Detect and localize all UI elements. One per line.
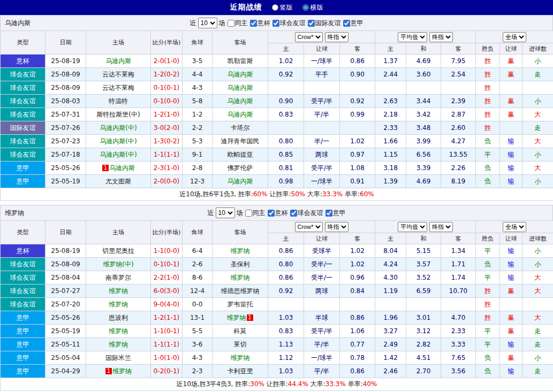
table-row: 意甲25-05-261乌迪内斯2-3(1-0)2-8佛罗伦萨0.81受平/半1.… <box>1 162 553 175</box>
date-cell: 25-07-31 <box>46 108 86 121</box>
away-team: 科莫 <box>213 325 268 338</box>
layout-vertical-option[interactable]: 竖版 <box>272 3 293 12</box>
corner-cell: 2-6 <box>183 258 213 271</box>
odds-cell: 受平/半 <box>304 325 340 338</box>
result-cell: 平 <box>476 325 500 338</box>
filter-checkbox[interactable] <box>272 20 279 27</box>
date-cell: 25-04-29 <box>46 365 86 378</box>
filter-label: 球会友谊 <box>280 19 306 28</box>
col-avg-away: 客 <box>441 233 476 244</box>
team-text: 维罗纳 <box>109 327 128 335</box>
odds-source-select[interactable]: Crow* <box>295 32 323 42</box>
avg-odds-cell: 6.59 <box>406 285 441 298</box>
odds-cell: 0.96 <box>340 271 375 285</box>
score-cell: 6-0(3-0) <box>151 285 183 298</box>
avg-final-select[interactable]: 终指 <box>429 32 453 42</box>
type-badge: 意杯 <box>1 244 46 258</box>
scope-select[interactable]: 全场 <box>503 32 526 42</box>
odds-cell: 两球 <box>304 285 340 298</box>
filter-option[interactable]: 意甲 <box>343 19 363 28</box>
avg-odds-cell: 1.39 <box>375 175 406 188</box>
games-count-select[interactable]: 10 <box>198 18 217 28</box>
handicap-result-cell: 输 <box>500 365 522 378</box>
team-text: 迪拜青年国民 <box>221 137 260 145</box>
date-cell: 25-07-18 <box>46 148 86 162</box>
type-badge: 意甲 <box>1 338 46 351</box>
filter-checkbox[interactable] <box>325 210 332 217</box>
summary-part: 近10场,胜3平4负3, 胜率: <box>177 380 251 388</box>
layout-vertical-radio[interactable] <box>272 4 278 11</box>
handicap-result-cell: 输 <box>500 148 522 162</box>
home-team: 1乌迪内斯 <box>86 162 151 175</box>
odds-final-select[interactable]: 终指 <box>325 32 349 42</box>
team-text: 乌迪内斯 <box>228 97 253 105</box>
col-score: 比分(半场) <box>151 31 183 55</box>
col-odds-handicap: 让球 <box>304 233 340 244</box>
corner-cell: 5-8 <box>183 95 213 108</box>
team-text: 云达不莱梅 <box>102 84 134 91</box>
filter-checkbox[interactable] <box>250 20 257 27</box>
odds-cell: 0.85 <box>268 148 304 162</box>
type-badge: 意甲 <box>1 175 46 188</box>
filter-option[interactable]: 球会友谊 <box>272 19 306 28</box>
avg-odds-cell: 5.15 <box>406 244 441 258</box>
filter-option[interactable]: 同主 <box>245 209 266 218</box>
corner-cell: 4-4 <box>183 68 213 81</box>
page-title: 近期战绩 <box>230 3 262 12</box>
filter-checkbox[interactable] <box>245 210 252 217</box>
odds-cell: 1.12 <box>268 351 304 365</box>
avg-odds-cell: 2.54 <box>441 68 476 81</box>
handicap-result-cell: 输 <box>500 244 522 258</box>
away-team: 欧帕提亚 <box>213 148 268 162</box>
goals-cell: 大 <box>522 135 553 148</box>
avg-odds-cell <box>375 298 406 311</box>
filter-option[interactable]: 意甲 <box>325 209 346 218</box>
avg-odds-cell: 4.69 <box>406 175 441 188</box>
table-row: 球会友谊25-07-20维罗纳9-0(4-0)0-0罗韦雷托胜 <box>1 298 553 311</box>
col-result: 胜负 <box>476 233 500 244</box>
filter-checkbox[interactable] <box>343 20 350 27</box>
result-cell: 胜 <box>476 108 500 121</box>
team-text: 乌迪内斯 <box>109 164 135 172</box>
filter-checkbox[interactable] <box>290 210 297 217</box>
filter-checkbox[interactable] <box>228 20 234 27</box>
filter-option[interactable]: 同主 <box>227 19 248 28</box>
summary-part: 50% <box>291 190 306 198</box>
filter-option[interactable]: 球会友谊 <box>290 209 323 218</box>
filter-option[interactable]: 国际友谊 <box>307 19 341 28</box>
avg-odds-cell: 7.95 <box>441 55 476 68</box>
result-cell: 胜 <box>476 68 500 81</box>
filter-controls: 近10场同主意杯球会友谊意甲 <box>208 207 346 218</box>
games-count-select[interactable]: 10 <box>216 207 235 218</box>
filter-option[interactable]: 意杯 <box>249 19 270 28</box>
summary-part: 60% <box>253 190 268 198</box>
date-cell: 25-08-19 <box>46 55 86 68</box>
avg-odds-cell: 3.42 <box>406 108 441 121</box>
avg-odds-cell: 2.33 <box>375 121 406 135</box>
layout-horizontal-radio[interactable] <box>302 4 309 11</box>
team-name: 维罗纳 <box>5 209 24 218</box>
filter-checkbox[interactable] <box>308 20 315 27</box>
col-handicap-result: 让球 <box>500 233 522 244</box>
avg-final-select[interactable]: 终指 <box>429 222 453 232</box>
near-label: 近 <box>208 209 214 218</box>
goals-cell: 小 <box>522 244 553 258</box>
avg-odds-cell <box>441 81 476 95</box>
odds-final-select[interactable]: 终指 <box>325 222 349 232</box>
type-badge: 意甲 <box>1 325 46 338</box>
handicap-result-cell: 赢 <box>500 351 522 365</box>
odds-cell: 0.83 <box>268 108 304 121</box>
corner-cell: 1-2 <box>183 108 213 121</box>
odds-source-select[interactable]: Crow* <box>295 222 323 232</box>
avg-source-select[interactable]: 平均值 <box>398 32 427 42</box>
filter-option[interactable]: 意杯 <box>267 209 288 218</box>
away-team: 佛罗伦萨 <box>213 162 268 175</box>
filter-checkbox[interactable] <box>268 210 275 217</box>
avg-source-select[interactable]: 平均值 <box>398 222 427 232</box>
odds-cell: 1.02 <box>268 55 304 68</box>
team-text: 维德思维罗纳 <box>221 287 260 295</box>
layout-horizontal-option[interactable]: 横版 <box>302 3 323 12</box>
type-badge: 意杯 <box>1 55 46 68</box>
scope-select[interactable]: 全场 <box>503 222 526 232</box>
odds-cell: 0.84 <box>340 285 375 298</box>
